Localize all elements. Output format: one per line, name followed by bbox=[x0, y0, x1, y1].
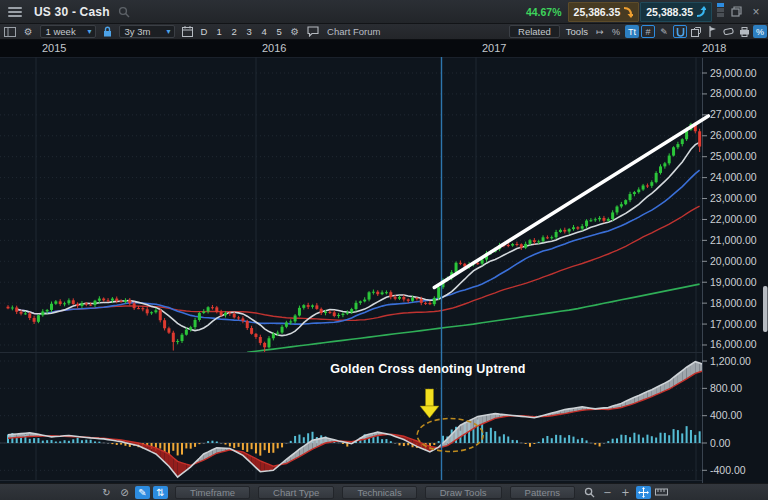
svg-text:26,000.00: 26,000.00 bbox=[710, 129, 757, 141]
svg-text:2017: 2017 bbox=[482, 42, 506, 54]
interval-button-1[interactable]: 1 bbox=[213, 25, 226, 38]
lock-icon[interactable] bbox=[100, 25, 115, 38]
chart-toolbar: ⚙ 1 week▾ 3y 3m▾ D12345 ⚙ Chart Forum Re… bbox=[0, 24, 768, 40]
svg-text:25,000.00: 25,000.00 bbox=[710, 150, 757, 162]
chart-settings-gear-icon[interactable]: ⚙ bbox=[288, 25, 303, 38]
svg-text:2018: 2018 bbox=[702, 42, 726, 54]
svg-text:22,000.00: 22,000.00 bbox=[710, 213, 757, 225]
calendar-icon[interactable] bbox=[179, 25, 196, 38]
percent-change-toggle-icon[interactable]: % bbox=[753, 25, 767, 38]
sell-price-button[interactable]: 25,386.35 bbox=[568, 2, 640, 22]
svg-text:0.00: 0.00 bbox=[710, 437, 731, 449]
price-chart-svg[interactable]: 29,000.0028,000.0027,000.0026,000.0025,0… bbox=[0, 40, 768, 483]
bottom-toolbar: ↻ ⊘ ✎ ⇅ TimeframeChart TypeTechnicalsDra… bbox=[0, 483, 768, 500]
interval-button-D[interactable]: D bbox=[198, 25, 211, 38]
disable-drawings-icon[interactable]: ⊘ bbox=[117, 486, 132, 499]
buy-price-button[interactable]: 25,388.35 bbox=[640, 2, 712, 22]
svg-text:24,000.00: 24,000.00 bbox=[710, 171, 757, 183]
related-button[interactable]: Related bbox=[509, 25, 560, 38]
close-icon[interactable]: × bbox=[748, 4, 764, 20]
chat-bubble-icon[interactable] bbox=[304, 25, 322, 38]
menu-icon[interactable] bbox=[2, 1, 28, 23]
mini-scrollbar[interactable] bbox=[717, 3, 724, 21]
range-dropdown[interactable]: 3y 3m▾ bbox=[119, 25, 175, 38]
export-tool-icon[interactable]: ↦ bbox=[593, 25, 607, 38]
object-box-icon[interactable] bbox=[689, 25, 703, 38]
svg-text:19,000.00: 19,000.00 bbox=[710, 276, 757, 288]
restore-window-icon[interactable] bbox=[728, 4, 744, 20]
pan-move-icon[interactable] bbox=[636, 486, 651, 499]
zoom-icon[interactable] bbox=[582, 486, 597, 499]
sell-arrow-icon bbox=[623, 6, 633, 18]
interval-buttons: D12345 bbox=[197, 25, 287, 38]
bottom-tab-technicals[interactable]: Technicals bbox=[342, 486, 416, 499]
zoom-out-icon[interactable]: − bbox=[600, 486, 615, 499]
tools-label: Tools bbox=[566, 26, 588, 37]
settings-gear-icon[interactable]: ⚙ bbox=[21, 25, 36, 38]
interval-button-2[interactable]: 2 bbox=[228, 25, 241, 38]
svg-text:18,000.00: 18,000.00 bbox=[710, 297, 757, 309]
flag-tool-icon[interactable] bbox=[705, 25, 719, 38]
ruler-icon[interactable] bbox=[654, 486, 669, 499]
layout-panel-icon[interactable] bbox=[1, 25, 19, 38]
svg-text:20,000.00: 20,000.00 bbox=[710, 255, 757, 267]
period-dropdown[interactable]: 1 week▾ bbox=[40, 25, 96, 38]
zoom-in-icon[interactable]: + bbox=[618, 486, 633, 499]
interval-button-3[interactable]: 3 bbox=[243, 25, 256, 38]
svg-text:23,000.00: 23,000.00 bbox=[710, 192, 757, 204]
chart-canvas[interactable]: 29,000.0028,000.0027,000.0026,000.0025,0… bbox=[0, 40, 768, 483]
svg-text:28,000.00: 28,000.00 bbox=[710, 87, 757, 99]
buy-arrow-icon bbox=[696, 6, 706, 18]
interval-button-4[interactable]: 4 bbox=[258, 25, 271, 38]
edit-pencil-icon[interactable]: ✎ bbox=[135, 486, 150, 499]
svg-text:1,200.00: 1,200.00 bbox=[710, 355, 751, 367]
bottom-tab-draw-tools[interactable]: Draw Tools bbox=[425, 486, 502, 499]
svg-text:29,000.00: 29,000.00 bbox=[710, 67, 757, 79]
svg-text:400.00: 400.00 bbox=[710, 409, 742, 421]
svg-text:17,000.00: 17,000.00 bbox=[710, 318, 757, 330]
search-icon[interactable] bbox=[118, 6, 130, 18]
svg-text:800.00: 800.00 bbox=[710, 382, 742, 394]
eraser-tool-icon[interactable] bbox=[721, 25, 735, 38]
svg-text:16,000.00: 16,000.00 bbox=[710, 338, 757, 350]
chart-forum-button[interactable]: Chart Forum bbox=[324, 25, 383, 38]
window-titlebar: US 30 - Cash 44.67% 25,386.35 25,388.35 … bbox=[0, 0, 768, 24]
autoscale-icon[interactable]: ⇅ bbox=[153, 486, 168, 499]
text-tool-icon[interactable]: Tt bbox=[625, 25, 639, 38]
svg-text:2015: 2015 bbox=[42, 42, 66, 54]
bottom-tab-patterns[interactable]: Patterns bbox=[510, 486, 575, 499]
chevron-down-icon: ▾ bbox=[88, 27, 92, 36]
window-title: US 30 - Cash bbox=[34, 5, 110, 19]
svg-text:27,000.00: 27,000.00 bbox=[710, 108, 757, 120]
change-percent: 44.67% bbox=[526, 6, 562, 18]
bottom-tabs: TimeframeChart TypeTechnicalsDraw ToolsP… bbox=[171, 486, 579, 499]
magnet-tool-icon[interactable] bbox=[673, 25, 687, 38]
svg-text:2016: 2016 bbox=[262, 42, 286, 54]
draw-pencil-icon[interactable]: ✎ bbox=[657, 25, 671, 38]
bottom-tab-chart-type[interactable]: Chart Type bbox=[258, 486, 334, 499]
interval-button-5[interactable]: 5 bbox=[273, 25, 286, 38]
percent-tool-icon[interactable]: % bbox=[609, 25, 623, 38]
grid-tool-icon[interactable]: # bbox=[641, 25, 655, 38]
print-icon[interactable] bbox=[737, 25, 751, 38]
annotation-golden-cross: Golden Cross denoting Uptrend bbox=[268, 362, 588, 376]
svg-text:-400.00: -400.00 bbox=[710, 464, 746, 476]
bottom-tab-timeframe[interactable]: Timeframe bbox=[175, 486, 250, 499]
chevron-down-icon: ▾ bbox=[167, 27, 171, 36]
svg-text:21,000.00: 21,000.00 bbox=[710, 234, 757, 246]
refresh-icon[interactable]: ↻ bbox=[99, 486, 114, 499]
